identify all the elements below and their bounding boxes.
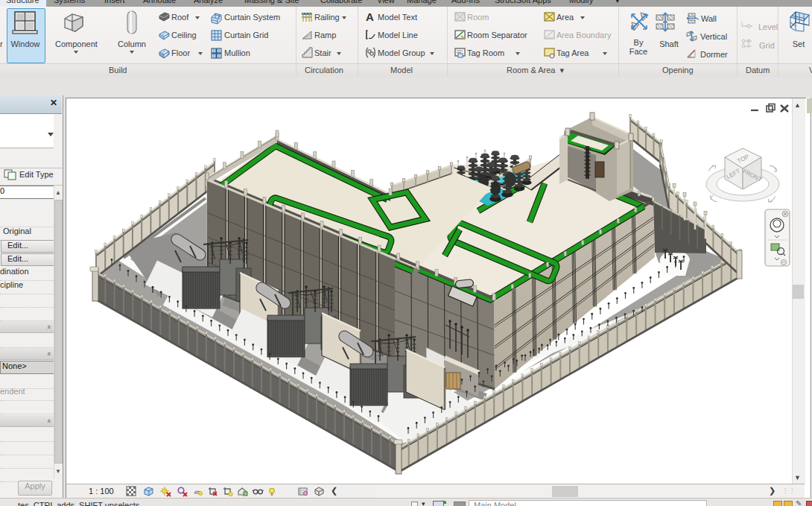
svg-text:A: A (366, 10, 374, 23)
svg-text:1: 1 (740, 21, 743, 25)
